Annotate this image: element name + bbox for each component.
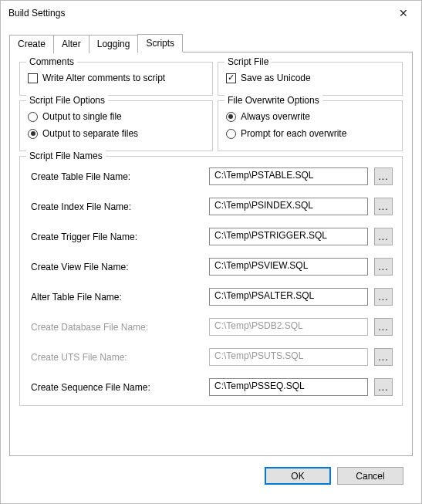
browse-button[interactable]: ...: [374, 167, 393, 185]
ok-button[interactable]: OK: [265, 467, 331, 485]
radio-prompt-each-overwrite[interactable]: Prompt for each overwrite: [226, 126, 394, 141]
radio-output-separate[interactable]: Output to separate files: [28, 126, 204, 141]
close-icon: ✕: [399, 7, 408, 19]
file-name-label: Alter Table File Name:: [29, 292, 203, 303]
checkbox-icon: [28, 73, 38, 83]
group-script-file: Script File Save as Unicode: [218, 62, 403, 96]
checkbox-save-as-unicode[interactable]: Save as Unicode: [226, 70, 394, 86]
browse-button[interactable]: ...: [374, 258, 393, 276]
dialog-footer: OK Cancel: [9, 456, 413, 496]
file-name-input[interactable]: C:\Temp\PSSEQ.SQL: [209, 378, 368, 396]
group-file-overwrite-options: File Overwrite Options Always overwrite …: [218, 100, 403, 151]
browse-button[interactable]: ...: [374, 318, 393, 336]
radio-icon: [226, 112, 236, 122]
browse-button[interactable]: ...: [374, 288, 393, 306]
group-script-file-names: Script File Names Create Table File Name…: [19, 156, 403, 406]
file-name-label: Create View File Name:: [29, 262, 203, 272]
tab-alter[interactable]: Alter: [53, 35, 89, 53]
radio-label: Output to single file: [42, 111, 122, 122]
radio-always-overwrite[interactable]: Always overwrite: [226, 109, 394, 124]
checkbox-label: Write Alter comments to script: [42, 73, 165, 83]
radio-icon: [226, 129, 236, 139]
tab-strip: Create Alter Logging Scripts: [9, 33, 413, 52]
legend-script-file-names: Script File Names: [26, 151, 106, 161]
browse-button[interactable]: ...: [374, 348, 393, 366]
legend-script-file: Script File: [225, 56, 272, 67]
titlebar: Build Settings ✕: [1, 1, 421, 25]
legend-comments: Comments: [26, 56, 77, 67]
file-name-input: C:\Temp\PSUTS.SQL: [209, 348, 368, 366]
checkbox-label: Save as Unicode: [241, 73, 311, 83]
group-comments: Comments Write Alter comments to script: [19, 62, 213, 96]
file-name-input: C:\Temp\PSDB2.SQL: [209, 318, 368, 336]
tab-logging[interactable]: Logging: [89, 35, 139, 53]
radio-icon: [28, 112, 38, 122]
legend-script-file-options: Script File Options: [26, 95, 108, 106]
file-name-label: Create Index File Name:: [29, 201, 203, 212]
file-name-grid: Create Table File Name:C:\Temp\PSTABLE.S…: [28, 163, 394, 397]
browse-button[interactable]: ...: [374, 198, 393, 215]
group-script-file-options: Script File Options Output to single fil…: [19, 100, 213, 151]
window-title: Build Settings: [8, 8, 65, 19]
file-name-input[interactable]: C:\Temp\PSINDEX.SQL: [209, 198, 368, 215]
radio-output-single[interactable]: Output to single file: [28, 109, 204, 124]
tab-page-scripts: Comments Write Alter comments to script …: [9, 52, 413, 456]
browse-button[interactable]: ...: [374, 378, 393, 396]
file-name-label: Create Table File Name:: [29, 171, 203, 182]
checkbox-write-alter-comments[interactable]: Write Alter comments to script: [28, 70, 204, 86]
file-name-label: Create UTS File Name:: [29, 352, 203, 363]
file-name-input[interactable]: C:\Temp\PSVIEW.SQL: [209, 258, 368, 276]
close-button[interactable]: ✕: [386, 2, 421, 25]
legend-file-overwrite-options: File Overwrite Options: [225, 95, 322, 106]
file-name-input[interactable]: C:\Temp\PSALTER.SQL: [209, 288, 368, 306]
file-name-label: Create Sequence File Name:: [29, 382, 203, 393]
checkbox-icon: [226, 73, 236, 83]
file-name-input[interactable]: C:\Temp\PSTRIGGER.SQL: [209, 228, 368, 245]
build-settings-window: Build Settings ✕ Create Alter Logging Sc…: [0, 0, 422, 504]
tab-create[interactable]: Create: [9, 35, 54, 53]
cancel-button[interactable]: Cancel: [337, 467, 403, 485]
radio-label: Always overwrite: [241, 111, 310, 122]
radio-label: Output to separate files: [42, 128, 138, 139]
tab-scripts[interactable]: Scripts: [137, 34, 183, 52]
file-name-label: Create Trigger File Name:: [29, 232, 203, 242]
radio-icon: [28, 129, 38, 139]
browse-button[interactable]: ...: [374, 228, 393, 245]
client-area: Create Alter Logging Scripts Comments Wr…: [1, 25, 421, 503]
file-name-input[interactable]: C:\Temp\PSTABLE.SQL: [209, 167, 368, 185]
radio-label: Prompt for each overwrite: [241, 128, 346, 139]
file-name-label: Create Database File Name:: [29, 322, 203, 333]
